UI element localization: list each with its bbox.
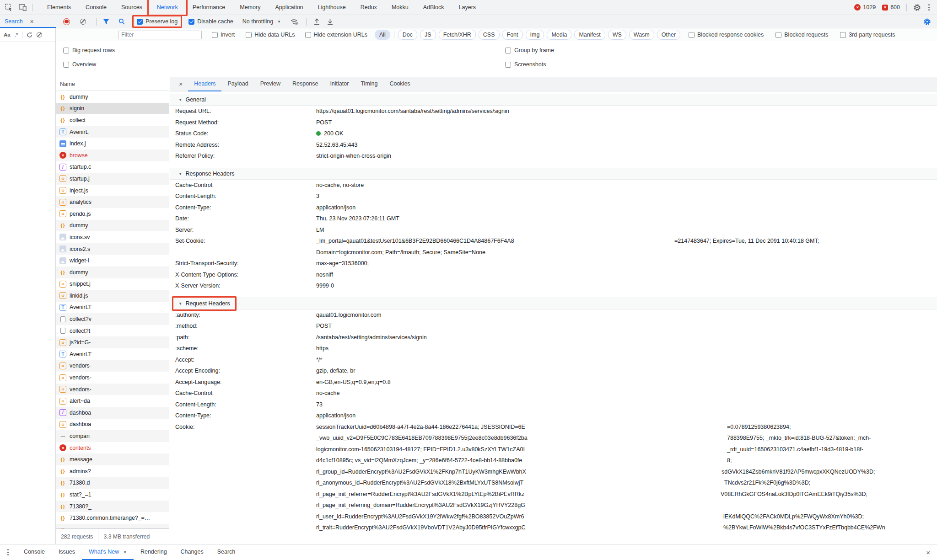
- request-row-avenirlt[interactable]: AvenirLT: [56, 302, 169, 314]
- tab-adblock[interactable]: AdBlock: [416, 0, 452, 15]
- request-row-vendors[interactable]: vendors-: [56, 360, 169, 372]
- hide-extension-urls-checkbox-box[interactable]: [305, 32, 311, 38]
- tab-layers[interactable]: Layers: [452, 0, 484, 15]
- type-filter-css[interactable]: CSS: [479, 30, 500, 40]
- request-row-icons2-s[interactable]: icons2.s: [56, 243, 169, 255]
- drawer-tab-search[interactable]: Search: [210, 544, 242, 560]
- request-row-inject-js[interactable]: inject.js: [56, 185, 169, 197]
- request-row-71380-common-timerange[interactable]: 71380.common.timerange?_=…: [56, 512, 169, 524]
- request-row-signin[interactable]: signin: [56, 103, 169, 115]
- hide-extension-urls-checkbox[interactable]: Hide extension URLs: [305, 32, 367, 38]
- type-filter-wasm[interactable]: Wasm: [629, 30, 654, 40]
- device-toolbar-icon[interactable]: [19, 4, 27, 11]
- request-row-analytics[interactable]: analytics: [56, 196, 169, 208]
- invert-checkbox[interactable]: Invert: [212, 32, 235, 38]
- request-row-admins[interactable]: admins?: [56, 465, 169, 477]
- section-header-request-headers[interactable]: ▼Request Headers: [170, 298, 937, 309]
- tab-application[interactable]: Application: [268, 0, 310, 15]
- request-row-collect-v[interactable]: collect?v: [56, 313, 169, 325]
- request-row-collect[interactable]: collect: [56, 114, 169, 126]
- type-filter-font[interactable]: Font: [502, 30, 523, 40]
- request-row-linkid-js[interactable]: linkid.js: [56, 290, 169, 302]
- close-drawer-icon[interactable]: ×: [926, 549, 930, 556]
- export-har-icon[interactable]: [327, 18, 333, 25]
- type-filter-manifest[interactable]: Manifest: [574, 30, 605, 40]
- throttling-select[interactable]: No throttling ▼: [242, 18, 281, 25]
- drawer-tab-console[interactable]: Console: [17, 544, 52, 560]
- request-row-pendo-js[interactable]: pendo.js: [56, 208, 169, 220]
- request-row-contents[interactable]: contents: [56, 442, 169, 454]
- filter-input[interactable]: [118, 31, 202, 39]
- request-row-snippet-j[interactable]: snippet.j: [56, 278, 169, 290]
- screenshots-checkbox-box[interactable]: [505, 62, 511, 68]
- tab-elements[interactable]: Elements: [40, 0, 78, 15]
- preserve-log-checkbox[interactable]: Preserve log: [137, 18, 178, 25]
- request-row-dummy[interactable]: dummy: [56, 91, 169, 103]
- network-settings-gear-icon[interactable]: [923, 18, 931, 26]
- close-detail-icon[interactable]: ×: [179, 80, 183, 88]
- request-row-vendors[interactable]: vendors-: [56, 372, 169, 384]
- settings-gear-icon[interactable]: [913, 4, 921, 11]
- drawer-menu-icon[interactable]: [6, 548, 10, 556]
- tab-console[interactable]: Console: [78, 0, 114, 15]
- request-row-alert-da[interactable]: alert~da: [56, 395, 169, 407]
- tab-sources[interactable]: Sources: [114, 0, 150, 15]
- screenshots-checkbox[interactable]: Screenshots: [505, 61, 546, 68]
- request-row-collect-t[interactable]: collect?t: [56, 325, 169, 337]
- disable-cache-checkbox-box[interactable]: [188, 19, 194, 25]
- disable-cache-checkbox[interactable]: Disable cache: [188, 18, 233, 25]
- request-row-avenirl[interactable]: AvenirL: [56, 126, 169, 138]
- type-filter-media[interactable]: Media: [547, 30, 571, 40]
- match-case-toggle[interactable]: Aa: [4, 32, 11, 37]
- request-row-index-j[interactable]: index.j: [56, 138, 169, 149]
- detail-tab-response[interactable]: Response: [286, 77, 324, 91]
- issues-badge[interactable]: × 600: [882, 4, 900, 11]
- request-row-js-id-g[interactable]: js?id=G-: [56, 336, 169, 348]
- drawer-tab-changes[interactable]: Changes: [174, 544, 210, 560]
- request-row-71380-d[interactable]: 71380.d: [56, 477, 169, 489]
- overview-checkbox[interactable]: Overview: [63, 61, 96, 68]
- request-row-dashboa[interactable]: dashboa: [56, 419, 169, 431]
- big-request-rows-checkbox[interactable]: Big request rows: [63, 47, 115, 53]
- search-network-icon[interactable]: [118, 18, 125, 25]
- request-row-startup-c[interactable]: startup.c: [56, 161, 169, 173]
- type-filter-img[interactable]: Img: [526, 30, 544, 40]
- request-row-message[interactable]: message: [56, 453, 169, 465]
- detail-tab-preview[interactable]: Preview: [254, 77, 286, 91]
- regex-toggle[interactable]: .*: [15, 32, 18, 37]
- request-row-stat-1[interactable]: stat?_=1: [56, 489, 169, 501]
- overview-checkbox-box[interactable]: [63, 62, 69, 68]
- close-whats-new-icon[interactable]: ×: [123, 549, 127, 555]
- tab-redux[interactable]: Redux: [353, 0, 384, 15]
- tab-mokku[interactable]: Mokku: [384, 0, 416, 15]
- import-har-icon[interactable]: [314, 18, 320, 25]
- detail-tab-headers[interactable]: Headers: [188, 77, 221, 91]
- hide-data-urls-checkbox[interactable]: Hide data URLs: [246, 32, 295, 38]
- request-row-widget-i[interactable]: widget-i: [56, 255, 169, 267]
- request-row-vendors[interactable]: vendors-: [56, 384, 169, 395]
- type-filter-all[interactable]: All: [375, 30, 390, 40]
- request-row-avenirlt[interactable]: AvenirLT: [56, 348, 169, 360]
- detail-tab-initiator[interactable]: Initiator: [324, 77, 355, 91]
- third-party-requests-checkbox[interactable]: 3rd-party requests: [840, 32, 895, 38]
- request-row-startup-j[interactable]: startup.j: [56, 173, 169, 185]
- refresh-search-icon[interactable]: [27, 32, 32, 38]
- more-options-icon[interactable]: [927, 3, 931, 11]
- tab-memory[interactable]: Memory: [232, 0, 268, 15]
- request-row-71380[interactable]: 71380?_: [56, 501, 169, 512]
- blocked-requests-checkbox[interactable]: Blocked requests: [775, 32, 828, 38]
- section-header-response-headers[interactable]: ▼Response Headers: [170, 168, 937, 180]
- blocked-requests-checkbox-box[interactable]: [775, 32, 781, 38]
- type-filter-ws[interactable]: WS: [608, 30, 626, 40]
- record-network-log-icon[interactable]: [63, 18, 70, 25]
- group-by-frame-checkbox[interactable]: Group by frame: [505, 47, 554, 53]
- blocked-response-cookies-checkbox[interactable]: Blocked response cookies: [689, 32, 764, 38]
- request-row-dashboa[interactable]: dashboa: [56, 407, 169, 419]
- close-search-icon[interactable]: ×: [30, 18, 34, 25]
- drawer-tab-issues[interactable]: Issues: [52, 544, 82, 560]
- drawer-tab-rendering[interactable]: Rendering: [134, 544, 174, 560]
- section-header-general[interactable]: ▼General: [170, 94, 937, 106]
- type-filter-fetch-xhr[interactable]: Fetch/XHR: [439, 30, 476, 40]
- hide-data-urls-checkbox-box[interactable]: [246, 32, 252, 38]
- clear-network-log-icon[interactable]: [80, 19, 86, 25]
